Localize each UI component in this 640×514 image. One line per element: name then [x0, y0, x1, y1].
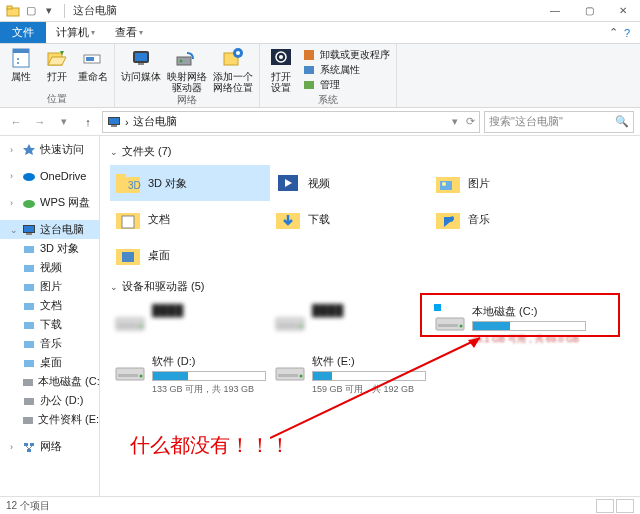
drive-item[interactable]: ████	[270, 300, 430, 350]
sidebar-item[interactable]: 桌面	[0, 353, 99, 372]
svg-rect-43	[27, 449, 31, 452]
properties-button[interactable]: 属性	[6, 46, 36, 82]
window-title: 这台电脑	[73, 3, 117, 18]
drive-item[interactable]: ████	[110, 300, 270, 350]
folder-item[interactable]: 桌面	[110, 237, 270, 273]
uninstall-programs-button[interactable]: 卸载或更改程序	[302, 48, 390, 62]
breadcrumb[interactable]: › 这台电脑 ▾ ⟳	[102, 111, 480, 133]
up-button[interactable]: ↑	[78, 112, 98, 132]
window-controls: — ▢ ✕	[538, 0, 640, 22]
sidebar-item-wps[interactable]: ›WPS 网盘	[0, 193, 99, 212]
tab-view[interactable]: 查看▾	[105, 22, 153, 43]
navbar: ← → ▾ ↑ › 这台电脑 ▾ ⟳ 搜索"这台电脑" 🔍	[0, 108, 640, 136]
drive-icon	[274, 354, 306, 386]
svg-rect-8	[86, 57, 94, 61]
svg-rect-41	[24, 443, 28, 446]
open-button[interactable]: 打开	[42, 46, 72, 82]
svg-rect-59	[118, 324, 138, 327]
status-count: 12 个项目	[6, 499, 50, 513]
system-properties-button[interactable]: 系统属性	[302, 63, 390, 77]
folder-item[interactable]: 下载	[270, 201, 430, 237]
sidebar-item[interactable]: 图片	[0, 277, 99, 296]
svg-rect-38	[23, 379, 33, 386]
svg-rect-33	[24, 284, 34, 291]
sidebar-item-quick-access[interactable]: ›快速访问	[0, 140, 99, 159]
qat-item[interactable]: ▢	[24, 4, 38, 18]
sidebar-item-network[interactable]: ›网络	[0, 437, 99, 456]
sidebar-item[interactable]: 视频	[0, 258, 99, 277]
sidebar-item[interactable]: 本地磁盘 (C:)	[0, 372, 99, 391]
svg-point-51	[442, 182, 446, 186]
svg-rect-1	[7, 6, 12, 9]
qat-item[interactable]: ▾	[42, 4, 56, 18]
folder-item[interactable]: 3D3D 对象	[110, 165, 270, 201]
drive-icon	[274, 304, 306, 336]
refresh-icon[interactable]: ⟳	[466, 115, 475, 128]
pc-icon	[107, 115, 121, 129]
sidebar-item-this-pc[interactable]: ⌄这台电脑	[0, 220, 99, 239]
sidebar-item[interactable]: 下载	[0, 315, 99, 334]
svg-rect-69	[118, 374, 138, 377]
sidebar-item[interactable]: 办公 (D:)	[0, 391, 99, 410]
group-header-folders[interactable]: ⌄文件夹 (7)	[110, 144, 630, 159]
manage-button[interactable]: 管理	[302, 78, 390, 92]
svg-rect-36	[24, 341, 34, 348]
svg-rect-10	[135, 53, 147, 61]
maximize-button[interactable]: ▢	[572, 0, 606, 22]
annotation-text: 什么都没有！！！	[130, 432, 290, 459]
svg-point-16	[236, 51, 240, 55]
svg-rect-45	[116, 174, 126, 178]
ribbon-collapse-icon[interactable]: ⌃	[609, 26, 618, 39]
svg-rect-50	[440, 181, 452, 190]
svg-rect-53	[122, 216, 134, 228]
svg-point-5	[17, 62, 19, 64]
svg-rect-32	[24, 265, 34, 272]
content-pane: ⌄文件夹 (7) 3D3D 对象视频图片文档下载音乐桌面 ⌄设备和驱动器 (5)…	[100, 136, 640, 496]
folder-icon	[6, 4, 20, 18]
svg-rect-37	[24, 360, 34, 367]
back-button[interactable]: ←	[6, 112, 26, 132]
rename-button[interactable]: 重命名	[78, 46, 108, 82]
folder-item[interactable]: 图片	[430, 165, 590, 201]
folder-item[interactable]: 视频	[270, 165, 430, 201]
svg-rect-24	[109, 118, 119, 124]
svg-text:3D: 3D	[128, 180, 141, 191]
add-location-button[interactable]: 添加一个 网络位置	[213, 46, 253, 93]
ribbon-tabs: 文件 计算机▾ 查看▾ ⌃ ?	[0, 22, 640, 44]
drive-icon	[114, 304, 146, 336]
close-button[interactable]: ✕	[606, 0, 640, 22]
sidebar-item[interactable]: 文档	[0, 296, 99, 315]
minimize-button[interactable]: —	[538, 0, 572, 22]
access-media-button[interactable]: 访问媒体	[121, 46, 161, 82]
search-input[interactable]: 搜索"这台电脑" 🔍	[484, 111, 634, 133]
svg-rect-57	[122, 252, 134, 262]
svg-point-26	[23, 173, 35, 181]
open-settings-button[interactable]: 打开 设置	[266, 46, 296, 93]
tab-file[interactable]: 文件	[0, 22, 46, 43]
view-icons-button[interactable]	[616, 499, 634, 513]
folder-item[interactable]: 文档	[110, 201, 270, 237]
forward-button[interactable]: →	[30, 112, 50, 132]
svg-point-70	[140, 375, 143, 378]
svg-rect-72	[278, 374, 298, 377]
recent-button[interactable]: ▾	[54, 112, 74, 132]
folder-item[interactable]: 音乐	[430, 201, 590, 237]
sidebar-item[interactable]: 文件资料 (E:)	[0, 410, 99, 429]
annotation-box	[420, 293, 620, 337]
sidebar-item[interactable]: 音乐	[0, 334, 99, 353]
tab-computer[interactable]: 计算机▾	[46, 22, 105, 43]
svg-rect-42	[30, 443, 34, 446]
map-drive-button[interactable]: 映射网络 驱动器	[167, 46, 207, 93]
svg-point-63	[300, 325, 303, 328]
help-icon[interactable]: ?	[624, 27, 630, 39]
drive-item[interactable]: 软件 (E:)159 GB 可用，共 192 GB	[270, 350, 430, 400]
svg-point-13	[180, 60, 183, 63]
svg-point-19	[279, 55, 283, 59]
drive-item[interactable]: 软件 (D:)133 GB 可用，共 193 GB	[110, 350, 270, 400]
group-header-drives[interactable]: ⌄设备和驱动器 (5)	[110, 279, 630, 294]
view-details-button[interactable]	[596, 499, 614, 513]
svg-rect-25	[111, 125, 117, 127]
svg-rect-30	[26, 233, 32, 235]
sidebar-item-onedrive[interactable]: ›OneDrive	[0, 167, 99, 185]
sidebar-item[interactable]: 3D 对象	[0, 239, 99, 258]
